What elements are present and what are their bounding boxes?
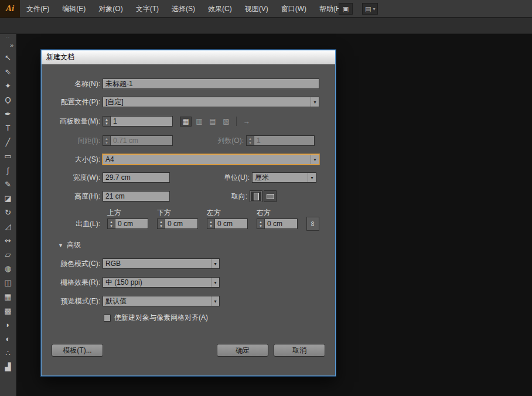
bleed-left-header: 左方 <box>207 209 221 217</box>
menu-edit[interactable]: 编辑(E) <box>56 0 92 18</box>
scale-tool[interactable]: ◿ <box>0 219 16 233</box>
bleed-left-value[interactable]: 0 cm <box>215 219 247 228</box>
color-mode-dropdown[interactable]: RGB ▾ <box>103 258 220 269</box>
menu-view[interactable]: 视图(V) <box>238 0 275 18</box>
menu-effect[interactable]: 效果(C) <box>202 0 238 18</box>
bleed-top-header: 上方 <box>107 209 121 217</box>
menu-type[interactable]: 文字(T) <box>129 0 165 18</box>
menu-window[interactable]: 窗口(W) <box>275 0 313 18</box>
stepper-up-icon[interactable]: ▴ <box>210 220 212 224</box>
stepper-up-icon[interactable]: ▴ <box>105 117 108 121</box>
units-dropdown[interactable]: 厘米 ▾ <box>252 172 316 183</box>
stepper-arrows[interactable]: ▴ ▾ <box>207 219 215 228</box>
bleed-bottom-value[interactable]: 0 cm <box>165 219 197 228</box>
menu-object[interactable]: 对象(O) <box>92 0 129 18</box>
menu-file[interactable]: 文件(F) <box>20 0 56 18</box>
bleed-top-value[interactable]: 0 cm <box>115 219 148 228</box>
stepper-up-icon[interactable]: ▴ <box>160 220 162 224</box>
cancel-button[interactable]: 取消 <box>274 344 325 357</box>
shape-builder-tool[interactable]: ◍ <box>0 261 16 275</box>
align-pixel-checkbox[interactable] <box>104 315 111 322</box>
stepper-down-icon[interactable]: ▾ <box>210 224 212 228</box>
stepper-down-icon[interactable]: ▾ <box>105 121 108 125</box>
size-dropdown[interactable]: A4 ▾ <box>103 154 319 165</box>
gradient-tool[interactable]: ▩ <box>0 303 16 318</box>
mesh-tool[interactable]: ▦ <box>0 289 16 303</box>
dialog-title-bar[interactable]: 新建文档 <box>42 50 335 64</box>
bleed-right-stepper[interactable]: ▴ ▾ 0 cm <box>257 219 298 229</box>
perspective-grid-tool[interactable]: ◫ <box>0 275 16 289</box>
stepper-up-icon[interactable]: ▴ <box>110 220 112 224</box>
artboard-count-stepper[interactable]: ▴ ▾ 1 <box>103 116 173 127</box>
bleed-right-value[interactable]: 0 cm <box>265 219 297 228</box>
width-tool[interactable]: ↭ <box>0 233 16 247</box>
raster-effects-value: 中 (150 ppi) <box>103 278 211 287</box>
pencil-tool[interactable]: ✎ <box>0 177 16 191</box>
stepper-down-icon[interactable]: ▾ <box>110 224 112 228</box>
chevron-down-icon: ▾ <box>308 173 316 182</box>
bridge-button[interactable]: ▣ <box>339 3 353 15</box>
workspace-switcher[interactable]: ▤ ▾ <box>362 3 378 15</box>
paintbrush-tool[interactable]: ʃ <box>0 163 16 177</box>
arrange-by-row-icon[interactable]: ▤ <box>207 117 219 127</box>
columns-label: 列数(O): <box>204 135 244 146</box>
ok-button[interactable]: 确定 <box>217 344 268 357</box>
name-input[interactable]: 未标题-1 <box>103 78 319 89</box>
grid-by-column-icon[interactable]: ▥ <box>193 117 205 127</box>
pen-tool[interactable]: ✒ <box>0 107 16 121</box>
eyedropper-tool[interactable]: ◗ <box>0 318 16 332</box>
toolbar-collapse-chevron-icon[interactable]: » <box>10 41 16 50</box>
rotate-tool[interactable]: ↻ <box>0 205 16 219</box>
stepper-down-icon[interactable]: ▾ <box>160 224 162 228</box>
type-tool[interactable]: T <box>0 121 16 135</box>
right-to-left-layout-icon[interactable]: → <box>241 117 253 127</box>
stepper-arrows[interactable]: ▴ ▾ <box>108 219 115 228</box>
stepper-down-icon: ▾ <box>105 141 108 145</box>
artboard-count-value[interactable]: 1 <box>111 117 172 126</box>
line-segment-tool[interactable]: ╱ <box>0 135 16 149</box>
rectangle-tool[interactable]: ▭ <box>0 149 16 163</box>
stepper-arrows[interactable]: ▴ ▾ <box>158 219 165 228</box>
orientation-portrait-button[interactable] <box>250 190 262 202</box>
illustrator-window: Ai 文件(F) 编辑(E) 对象(O) 文字(T) 选择(S) 效果(C) 视… <box>0 0 532 396</box>
selection-tool[interactable]: ↖ <box>0 50 16 64</box>
control-panel <box>0 18 532 34</box>
blend-tool[interactable]: ◐ <box>0 332 16 346</box>
arrange-by-column-icon[interactable]: ▧ <box>220 117 232 127</box>
bleed-bottom-stepper[interactable]: ▴ ▾ 0 cm <box>157 219 198 229</box>
chevron-down-icon: ▾ <box>211 278 219 287</box>
advanced-section-toggle[interactable]: ▼ 高级 <box>58 240 81 250</box>
column-graph-tool[interactable]: ▟ <box>0 360 16 374</box>
stepper-arrows: ▴ ▾ <box>247 136 254 145</box>
preview-mode-dropdown[interactable]: 默认值 ▾ <box>103 296 220 306</box>
stepper-arrows[interactable]: ▴ ▾ <box>257 219 265 228</box>
stepper-down-icon[interactable]: ▾ <box>260 224 262 228</box>
bleed-link-button[interactable]: ∞ <box>306 217 319 231</box>
symbol-sprayer-tool[interactable]: ∴ <box>0 346 16 360</box>
stepper-arrows[interactable]: ▴ ▾ <box>103 117 111 126</box>
raster-effects-dropdown[interactable]: 中 (150 ppi) ▾ <box>103 277 220 288</box>
height-value: 21 cm <box>105 192 125 200</box>
profile-dropdown[interactable]: [自定] ▾ <box>103 97 319 107</box>
grid-by-row-icon[interactable]: ▦ <box>180 117 192 127</box>
height-input[interactable]: 21 cm <box>103 191 170 202</box>
panel-drag-handle[interactable]: ∙∙ <box>6 34 9 41</box>
bleed-top-stepper[interactable]: ▴ ▾ 0 cm <box>107 219 148 229</box>
divider <box>236 117 237 126</box>
orientation-landscape-button[interactable] <box>264 190 277 202</box>
lasso-tool[interactable]: Ϙ <box>0 93 16 107</box>
templates-button[interactable]: 模板(T)... <box>52 344 103 357</box>
eraser-tool[interactable]: ◪ <box>0 191 16 205</box>
free-transform-tool[interactable]: ▱ <box>0 247 16 261</box>
color-mode-label: 颜色模式(C): <box>42 258 100 269</box>
width-input[interactable]: 29.7 cm <box>103 172 170 183</box>
spacing-label: 间距(I): <box>42 135 100 146</box>
menu-select[interactable]: 选择(S) <box>165 0 202 18</box>
columns-stepper: ▴ ▾ 1 <box>246 135 315 146</box>
direct-selection-tool[interactable]: ⇖ <box>0 64 16 78</box>
name-label: 名称(N): <box>42 78 100 89</box>
bleed-left-stepper[interactable]: ▴ ▾ 0 cm <box>207 219 248 229</box>
bleed-bottom-header: 下方 <box>157 209 171 217</box>
stepper-up-icon[interactable]: ▴ <box>260 220 262 224</box>
magic-wand-tool[interactable]: ✦ <box>0 78 16 93</box>
